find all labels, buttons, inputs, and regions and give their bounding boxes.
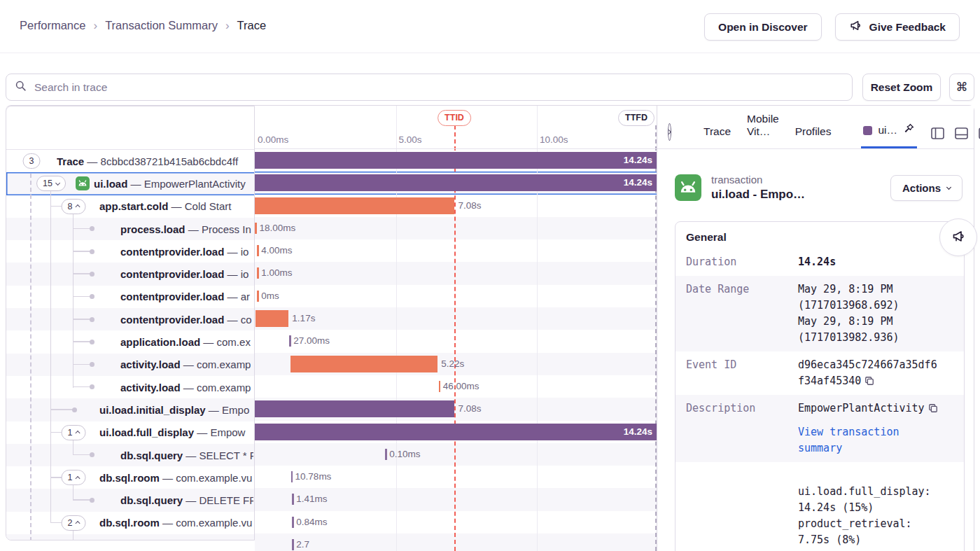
layout-left-icon[interactable] xyxy=(931,127,944,139)
trace-tree-row[interactable]: contentprovider.load — co xyxy=(6,308,254,330)
actions-button[interactable]: Actions xyxy=(890,175,962,201)
trace-span-row[interactable]: 1.41ms xyxy=(255,488,657,510)
trace-tree-row[interactable]: db.sql.query — DELETE FR xyxy=(6,489,254,511)
trace-span-row[interactable]: 0ms xyxy=(255,285,657,307)
span-bar[interactable] xyxy=(255,400,454,417)
trace-tree-row[interactable]: contentprovider.load — ar xyxy=(6,286,254,308)
reset-zoom-button[interactable]: Reset Zoom xyxy=(862,74,941,101)
trace-span-row[interactable]: 14.24s xyxy=(255,421,657,443)
trace-span-row[interactable]: 7.08s xyxy=(255,398,657,420)
span-row-label: db.sql.room — com.example.vu xyxy=(99,512,253,534)
general-heading: General xyxy=(676,222,964,249)
span-tick[interactable] xyxy=(291,471,293,482)
span-count-badge[interactable]: 15 xyxy=(36,176,66,191)
trace-tree-row[interactable]: 8app.start.cold — Cold Start xyxy=(6,195,254,218)
span-count: 2 xyxy=(68,518,73,528)
span-tick[interactable] xyxy=(292,517,294,528)
trace-tree-row[interactable]: activity.load — com.examp xyxy=(6,376,254,398)
tab-trace[interactable]: Trace xyxy=(704,125,731,148)
command-icon: ⌘ xyxy=(956,80,968,95)
span-tick[interactable] xyxy=(289,335,291,347)
trace-span-row[interactable]: 4.00ms xyxy=(255,239,657,262)
trace-span-row[interactable]: 0.84ms xyxy=(255,511,657,533)
span-tick[interactable] xyxy=(257,245,259,256)
span-duration-label: 0ms xyxy=(261,285,279,307)
span-count-badge[interactable]: 3 xyxy=(23,153,41,169)
trace-span-row[interactable]: 14.24s xyxy=(255,149,657,172)
copy-icon[interactable] xyxy=(928,403,938,413)
span-tick[interactable] xyxy=(257,291,259,302)
span-label-separator: — xyxy=(181,358,197,370)
span-tick[interactable] xyxy=(385,449,387,460)
trace-span-row[interactable]: 14.24s xyxy=(255,172,657,194)
trace-tree-row[interactable]: db.sql.query — INSERT OR xyxy=(6,534,254,540)
trace-span-row[interactable]: 1.17s xyxy=(255,307,657,330)
breadcrumb-performance[interactable]: Performance xyxy=(20,19,85,32)
span-bar[interactable]: 14.24s xyxy=(255,424,657,440)
trace-span-row[interactable]: 1.00ms xyxy=(255,262,657,284)
span-count-badge[interactable]: 8 xyxy=(62,199,86,214)
span-row-label: Trace — 8cbbcd38721b415ab6cbdc4ff xyxy=(57,150,253,172)
trace-span-row[interactable]: 46.00ms xyxy=(255,375,657,398)
trace-span-row[interactable]: 5.22s xyxy=(255,353,657,375)
tab-pinned-transaction[interactable]: ui… xyxy=(863,123,915,148)
span-tick[interactable] xyxy=(255,223,257,234)
span-description: com.example.vu xyxy=(176,472,252,484)
trace-tree-row[interactable]: activity.load — com.examp xyxy=(6,354,254,376)
span-bar[interactable]: 14.24s xyxy=(255,152,657,169)
span-bar[interactable] xyxy=(255,197,454,214)
tree-connector-dot xyxy=(90,226,94,231)
ttfd-badge[interactable]: TTFD xyxy=(618,110,654,126)
span-tick[interactable] xyxy=(292,494,294,505)
span-bar[interactable]: 14.24s xyxy=(255,174,657,191)
feedback-fab-button[interactable] xyxy=(939,218,977,256)
span-tick[interactable] xyxy=(257,267,259,279)
search-input[interactable] xyxy=(33,81,844,95)
trace-tree-row[interactable]: 3Trace — 8cbbcd38721b415ab6cbdc4ff xyxy=(6,150,254,172)
span-waterfall[interactable]: 14.24s14.24s7.08s18.00ms4.00ms1.00ms0ms1… xyxy=(255,106,657,551)
pin-icon[interactable] xyxy=(903,123,915,137)
trace-tree-row[interactable]: db.sql.query — SELECT * F xyxy=(6,444,254,466)
span-duration-label: 10.78ms xyxy=(295,466,332,488)
span-tick[interactable] xyxy=(292,539,294,550)
trace-tree-row[interactable]: contentprovider.load — io xyxy=(6,240,254,263)
copy-icon[interactable] xyxy=(864,376,874,386)
tree-connector-dot xyxy=(90,317,94,322)
trace-tree-row[interactable]: application.load — com.ex xyxy=(6,330,254,353)
tab-profiles[interactable]: Profiles xyxy=(795,125,832,148)
span-count-badge[interactable]: 1 xyxy=(62,425,86,440)
span-count-badge[interactable]: 2 xyxy=(62,515,86,531)
span-count-badge[interactable]: 1 xyxy=(62,470,86,485)
open-in-discover-button[interactable]: Open in Discover xyxy=(704,13,821,41)
trace-tree-row[interactable]: contentprovider.load — io xyxy=(6,263,254,285)
search-box[interactable] xyxy=(6,74,853,101)
ttid-badge[interactable]: TTID xyxy=(438,110,471,126)
expand-panel-icon[interactable] xyxy=(668,123,671,141)
trace-span-row[interactable]: 27.00ms xyxy=(255,330,657,352)
trace-span-row[interactable]: 10.78ms xyxy=(255,466,657,488)
give-feedback-button[interactable]: Give Feedback xyxy=(835,13,960,41)
trace-tree-row[interactable]: 1ui.load.full_display — Empow xyxy=(6,421,254,444)
span-bar[interactable] xyxy=(290,356,438,372)
span-duration-label: 27.00ms xyxy=(293,330,330,352)
description-value: EmpowerPlantActivityView transaction sum… xyxy=(798,400,940,456)
span-label-separator: — xyxy=(224,246,240,258)
trace-tree-row[interactable]: process.load — Process In xyxy=(6,218,254,240)
trace-span-row[interactable]: 7.08s xyxy=(255,195,657,217)
span-bar[interactable] xyxy=(255,310,288,327)
trace-tree-row[interactable]: 15ui.load — EmpowerPlantActivity xyxy=(6,172,254,195)
tab-mobile-vitals[interactable]: Mobile Vit… xyxy=(747,113,779,148)
span-duration-label: 46.00ms xyxy=(443,375,479,398)
breadcrumb-transaction-summary[interactable]: Transaction Summary xyxy=(105,19,218,32)
layout-bottom-icon[interactable] xyxy=(955,127,968,139)
trace-tree-row[interactable]: 2db.sql.room — com.example.vu xyxy=(6,512,254,534)
span-tick[interactable] xyxy=(439,381,441,392)
span-label-separator: — xyxy=(200,336,216,348)
trace-span-row[interactable]: 18.00ms xyxy=(255,217,657,239)
trace-span-row[interactable]: 0.10ms xyxy=(255,443,657,466)
trace-span-row[interactable]: 2.7 xyxy=(255,533,657,551)
view-transaction-summary-link[interactable]: View transaction summary xyxy=(798,424,940,456)
command-shortcut-button[interactable]: ⌘ xyxy=(949,74,974,101)
trace-tree-row[interactable]: ui.load.initial_display — Empo xyxy=(6,398,254,421)
trace-tree-row[interactable]: 1db.sql.room — com.example.vu xyxy=(6,466,254,489)
